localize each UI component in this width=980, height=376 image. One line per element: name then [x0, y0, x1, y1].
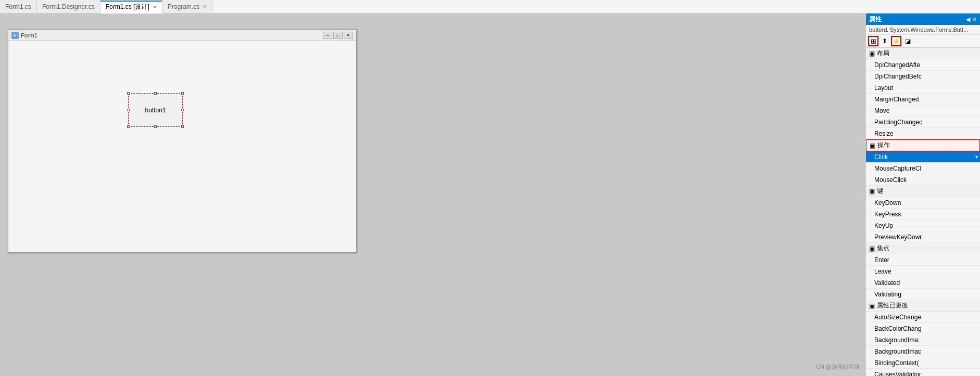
- prop-name-KeyDown: KeyDown: [866, 199, 938, 206]
- prop-name-MouseClick: MouseClick: [866, 176, 938, 184]
- watermark: CN @漫漫行程路: [816, 363, 860, 371]
- prop-Enter[interactable]: Enter: [866, 254, 980, 266]
- collapse-icon: ▣: [869, 50, 875, 57]
- prop-name-Validating: Validating: [866, 291, 938, 298]
- prop-Validating[interactable]: Validating: [866, 289, 980, 300]
- grid-tool-btn[interactable]: ⊞: [868, 36, 878, 46]
- tab-bar: Form1.cs Form1.Designer.cs Form1.cs [设计]…: [0, 0, 980, 14]
- prop-BindingContext[interactable]: BindingContext(: [866, 357, 980, 369]
- form-body: button1: [8, 41, 356, 252]
- focus-collapse-icon: ▣: [869, 245, 875, 252]
- sort-tool-btn[interactable]: ⬆: [880, 36, 890, 46]
- prop-BackgroundIma2[interactable]: BackgroundImac: [866, 346, 980, 357]
- prop-Click[interactable]: Click ▾: [866, 151, 980, 163]
- prop-PaddingChangec[interactable]: PaddingChangec: [866, 116, 980, 128]
- tab-form1cs[interactable]: Form1.cs: [0, 0, 37, 13]
- prop-MouseClick[interactable]: MouseClick: [866, 174, 980, 186]
- layout-group-label: 布局: [877, 49, 889, 58]
- handle-tl[interactable]: [127, 92, 130, 95]
- properties-panel: 属性 ◀ ✕ button1 System.Windows.Forms.Butt…: [865, 14, 980, 376]
- prop-name-PreviewKeyDowr: PreviewKeyDowr: [866, 234, 938, 241]
- tab-form1design-close[interactable]: ✕: [153, 4, 157, 10]
- handle-mr[interactable]: [181, 109, 184, 111]
- tab-form1designer[interactable]: Form1.Designer.cs: [37, 0, 100, 13]
- prop-Resize[interactable]: Resize: [866, 128, 980, 139]
- tab-form1designer-label: Form1.Designer.cs: [42, 3, 95, 10]
- prop-name-BindingContext: BindingContext(: [866, 359, 938, 367]
- layout-group-header[interactable]: ▣ 布局: [866, 48, 980, 59]
- panel-toolbar: ⊞ ⬆ ⚡ ◪: [866, 35, 980, 48]
- click-dropdown-arrow: ▾: [975, 154, 978, 160]
- handle-bm[interactable]: [154, 125, 157, 128]
- propchange-group-header[interactable]: ▣ 属性已更改: [866, 300, 980, 312]
- handle-br[interactable]: [181, 125, 184, 128]
- prop-name-KeyUp: KeyUp: [866, 222, 938, 229]
- prop-KeyDown[interactable]: KeyDown: [866, 197, 980, 209]
- handle-tr[interactable]: [181, 92, 184, 95]
- prop-Leave[interactable]: Leave: [866, 266, 980, 277]
- prop-name-Leave: Leave: [866, 268, 938, 275]
- prop-name-PaddingChangec: PaddingChangec: [866, 119, 938, 126]
- prop-Move[interactable]: Move: [866, 105, 980, 116]
- prop-KeyPress[interactable]: KeyPress: [866, 209, 980, 220]
- prop-DpiChangedAfte[interactable]: DpiChangedAfte: [866, 59, 980, 71]
- prop-MouseCaptureCl[interactable]: MouseCaptureCl: [866, 163, 980, 174]
- handle-ml[interactable]: [127, 109, 130, 111]
- prop-BackColorChang[interactable]: BackColorChang: [866, 323, 980, 334]
- form-title-text: Form1: [21, 32, 321, 38]
- events-tool-btn[interactable]: ◪: [902, 36, 913, 46]
- prop-name-Layout: Layout: [866, 84, 938, 92]
- form-button1[interactable]: button1: [128, 93, 183, 127]
- prop-value-Click[interactable]: ▾: [938, 154, 980, 160]
- focus-group-header[interactable]: ▣ 焦点: [866, 243, 980, 254]
- props-tool-btn[interactable]: ⚡: [891, 36, 901, 46]
- panel-close-btn[interactable]: ✕: [972, 16, 977, 23]
- form-minimize-btn[interactable]: ─: [323, 32, 332, 39]
- key-group-header[interactable]: ▣ 键: [866, 186, 980, 197]
- props-list: ▣ 布局 DpiChangedAfte DpiChangedBefc Layou…: [866, 48, 980, 376]
- panel-title-bar: 属性 ◀ ✕: [866, 14, 980, 25]
- panel-pin-btn[interactable]: ◀: [966, 16, 970, 23]
- handle-tm[interactable]: [154, 92, 157, 95]
- component-name-text: button1 System.Windows.Forms.Butt...: [869, 27, 968, 33]
- form-icon: F: [11, 32, 19, 39]
- prop-BackgroundIma1[interactable]: BackgroundIma:: [866, 334, 980, 346]
- focus-group-label: 焦点: [877, 244, 889, 253]
- prop-Layout[interactable]: Layout: [866, 82, 980, 94]
- tab-programcs[interactable]: Program.cs ✕: [162, 0, 212, 13]
- prop-name-BackgroundIma2: BackgroundImac: [866, 348, 938, 355]
- prop-Validated[interactable]: Validated: [866, 277, 980, 289]
- prop-CausesValidatior[interactable]: CausesValidatior: [866, 369, 980, 376]
- form-close-btn[interactable]: ✕: [344, 32, 353, 39]
- handle-bl[interactable]: [127, 125, 130, 128]
- prop-name-Click: Click: [866, 153, 938, 161]
- action-group-header[interactable]: ▣ 操作: [866, 139, 980, 151]
- propchange-group-label: 属性已更改: [877, 301, 908, 310]
- prop-name-Resize: Resize: [866, 130, 938, 137]
- tab-programcs-close[interactable]: ✕: [203, 4, 207, 9]
- prop-name-Enter: Enter: [866, 256, 938, 264]
- form-restore-btn[interactable]: □: [333, 32, 343, 39]
- key-group-label: 键: [877, 187, 883, 196]
- button1-label: button1: [145, 107, 166, 114]
- prop-name-KeyPress: KeyPress: [866, 211, 938, 218]
- panel-title-text: 属性: [869, 15, 964, 24]
- form-title-buttons: ─ □ ✕: [323, 32, 353, 39]
- prop-KeyUp[interactable]: KeyUp: [866, 220, 980, 231]
- prop-name-AutoSizeChange: AutoSizeChange: [866, 314, 938, 321]
- prop-name-BackgroundIma1: BackgroundIma:: [866, 336, 938, 344]
- tab-form1design[interactable]: Form1.cs [设计] ✕: [100, 1, 162, 14]
- form-title-bar: F Form1 ─ □ ✕: [8, 30, 356, 41]
- prop-name-DpiChangedAfte: DpiChangedAfte: [866, 61, 938, 69]
- prop-MarginChanged[interactable]: MarginChanged: [866, 94, 980, 105]
- designer-area: F Form1 ─ □ ✕: [0, 14, 865, 376]
- key-collapse-icon: ▣: [869, 188, 875, 195]
- prop-DpiChangedBefc[interactable]: DpiChangedBefc: [866, 71, 980, 82]
- tab-form1design-label: Form1.cs [设计]: [106, 3, 149, 11]
- propchange-collapse-icon: ▣: [869, 302, 875, 309]
- prop-name-MarginChanged: MarginChanged: [866, 96, 938, 103]
- prop-name-CausesValidatior: CausesValidatior: [866, 371, 938, 377]
- action-group-label: 操作: [877, 141, 890, 150]
- prop-PreviewKeyDowr[interactable]: PreviewKeyDowr: [866, 231, 980, 243]
- prop-AutoSizeChange[interactable]: AutoSizeChange: [866, 312, 980, 323]
